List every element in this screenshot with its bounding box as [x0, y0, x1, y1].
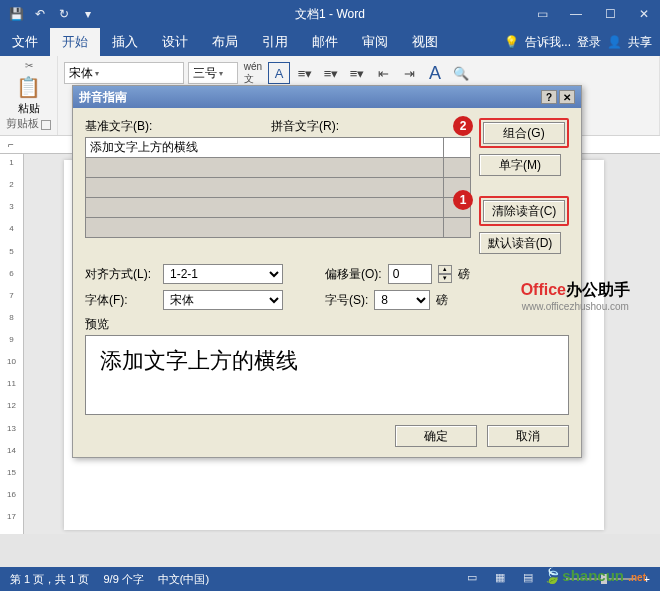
phonetic-guide-dialog: 拼音指南 ? ✕ 基准文字(B): 拼音文字(R): 添加文字上方的横线: [72, 85, 582, 458]
increase-indent-icon[interactable]: ⇥: [398, 62, 420, 84]
page-indicator[interactable]: 第 1 页，共 1 页: [10, 572, 89, 587]
minimize-icon[interactable]: —: [564, 4, 588, 24]
bullets-icon[interactable]: ≡▾: [294, 62, 316, 84]
base-cell-1[interactable]: [86, 158, 444, 178]
multilevel-icon[interactable]: ≡▾: [346, 62, 368, 84]
ruby-cell-4[interactable]: [443, 218, 471, 238]
tab-home[interactable]: 开始: [50, 28, 100, 56]
numbering-icon[interactable]: ≡▾: [320, 62, 342, 84]
tab-layout[interactable]: 布局: [200, 28, 250, 56]
base-cell-0[interactable]: 添加文字上方的横线: [86, 138, 444, 158]
preview-box: 添加文字上方的横线: [85, 335, 569, 415]
clipboard-group-label: 剪贴板: [6, 116, 39, 131]
unit-label-1: 磅: [458, 266, 470, 283]
phonetic-guide-icon[interactable]: wén文: [242, 62, 264, 84]
font-name-combo[interactable]: 宋体▾: [64, 62, 184, 84]
ruby-cell-1[interactable]: [443, 158, 471, 178]
tab-file[interactable]: 文件: [0, 28, 50, 56]
maximize-icon[interactable]: ☐: [598, 4, 622, 24]
font-label: 字体(F):: [85, 292, 157, 309]
default-reading-button[interactable]: 默认读音(D): [479, 232, 561, 254]
ruby-text-label: 拼音文字(R):: [271, 118, 339, 135]
ruby-cell-0[interactable]: [443, 138, 471, 158]
combine-button[interactable]: 组合(G): [483, 122, 565, 144]
language-indicator[interactable]: 中文(中国): [158, 572, 209, 587]
tab-references[interactable]: 引用: [250, 28, 300, 56]
word-count[interactable]: 9/9 个字: [103, 572, 143, 587]
dialog-title: 拼音指南: [79, 89, 127, 106]
cut-icon[interactable]: ✂: [25, 60, 33, 71]
ok-button[interactable]: 确定: [395, 425, 477, 447]
decrease-indent-icon[interactable]: ⇤: [372, 62, 394, 84]
preview-label: 预览: [85, 316, 569, 333]
offset-label: 偏移量(O):: [325, 266, 382, 283]
help-icon[interactable]: ?: [541, 90, 557, 104]
close-icon[interactable]: ✕: [632, 4, 656, 24]
undo-icon[interactable]: ↶: [32, 6, 48, 22]
phonetic-table: 添加文字上方的横线: [85, 137, 471, 238]
titlebar: 💾 ↶ ↻ ▾ 文档1 - Word ▭ — ☐ ✕: [0, 0, 660, 28]
offset-spinner[interactable]: ▲▼: [438, 265, 452, 283]
save-icon[interactable]: 💾: [8, 6, 24, 22]
align-select[interactable]: 1-2-1: [163, 264, 283, 284]
login-link[interactable]: 登录: [577, 34, 601, 51]
tab-insert[interactable]: 插入: [100, 28, 150, 56]
watermark-office: Office办公助手 www.officezhushou.com: [521, 280, 630, 312]
redo-icon[interactable]: ↻: [56, 6, 72, 22]
tab-review[interactable]: 审阅: [350, 28, 400, 56]
font-select[interactable]: 宋体: [163, 290, 283, 310]
share-button[interactable]: 共享: [628, 34, 652, 51]
paste-label[interactable]: 粘贴: [18, 101, 40, 116]
ribbon-options-icon[interactable]: ▭: [530, 4, 554, 24]
base-cell-3[interactable]: [86, 198, 444, 218]
paste-icon[interactable]: 📋: [16, 75, 41, 99]
align-label: 对齐方式(L):: [85, 266, 157, 283]
web-layout-icon[interactable]: ▤: [523, 571, 543, 587]
size-label: 字号(S):: [325, 292, 368, 309]
ribbon-tabs: 文件 开始 插入 设计 布局 引用 邮件 审阅 视图 💡 告诉我... 登录 👤…: [0, 28, 660, 56]
print-layout-icon[interactable]: ▦: [495, 571, 515, 587]
tell-me[interactable]: 告诉我...: [525, 34, 571, 51]
dialog-close-icon[interactable]: ✕: [559, 90, 575, 104]
vertical-ruler[interactable]: 1234567891011121314151617: [0, 154, 24, 534]
base-text-label: 基准文字(B):: [85, 118, 271, 135]
styles-icon[interactable]: A: [424, 62, 446, 84]
tab-mailings[interactable]: 邮件: [300, 28, 350, 56]
window-title: 文档1 - Word: [295, 6, 365, 23]
find-icon[interactable]: 🔍: [450, 62, 472, 84]
font-size-combo[interactable]: 三号▾: [188, 62, 238, 84]
char-border-icon[interactable]: A: [268, 62, 290, 84]
annotation-badge-1: 1: [453, 190, 473, 210]
single-button[interactable]: 单字(M): [479, 154, 561, 176]
lightbulb-icon: 💡: [504, 35, 519, 49]
read-mode-icon[interactable]: ▭: [467, 571, 487, 587]
user-icon: 👤: [607, 35, 622, 49]
annotation-badge-2: 2: [453, 116, 473, 136]
size-select[interactable]: 8: [374, 290, 430, 310]
qat-dropdown-icon[interactable]: ▾: [80, 6, 96, 22]
clipboard-launcher-icon[interactable]: [41, 120, 51, 130]
base-cell-2[interactable]: [86, 178, 444, 198]
cancel-button[interactable]: 取消: [487, 425, 569, 447]
offset-input[interactable]: [388, 264, 432, 284]
tab-design[interactable]: 设计: [150, 28, 200, 56]
clear-reading-button[interactable]: 清除读音(C): [483, 200, 565, 222]
unit-label-2: 磅: [436, 292, 448, 309]
tab-view[interactable]: 视图: [400, 28, 450, 56]
preview-text: 添加文字上方的横线: [100, 348, 298, 373]
watermark-shancun: 🍃shancun .net: [543, 567, 646, 585]
base-cell-4[interactable]: [86, 218, 444, 238]
